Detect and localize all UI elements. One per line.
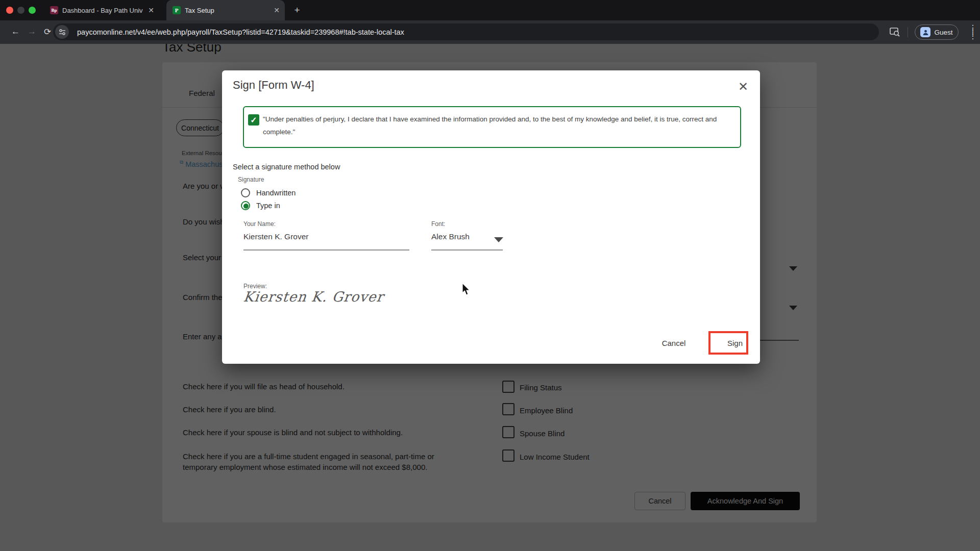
browser-tab-bar: Bp Dashboard - Bay Path Univers ✕ P Tax … bbox=[0, 0, 980, 20]
perjury-checkbox-checked[interactable]: ✓ bbox=[248, 114, 259, 126]
tab-search-icon[interactable] bbox=[889, 27, 900, 40]
tab-tax-setup[interactable]: P Tax Setup ✕ bbox=[166, 0, 285, 20]
font-label: Font: bbox=[431, 220, 445, 228]
perjury-statement-box: ✓ "Under penalties of perjury, I declare… bbox=[243, 106, 741, 148]
new-tab-icon[interactable]: + bbox=[291, 4, 303, 16]
site-info-icon[interactable] bbox=[55, 25, 69, 39]
tab-close-icon[interactable]: ✕ bbox=[274, 7, 280, 14]
type-in-radio-label[interactable]: Type in bbox=[256, 202, 280, 210]
font-select[interactable]: Alex Brush bbox=[431, 232, 470, 241]
your-name-label: Your Name: bbox=[243, 220, 276, 228]
tab-close-icon[interactable]: ✕ bbox=[148, 7, 154, 14]
guest-profile-button[interactable]: Guest bbox=[915, 24, 959, 40]
forward-icon[interactable]: → bbox=[28, 27, 36, 37]
your-name-input[interactable]: Kiersten K. Grover bbox=[243, 232, 309, 241]
font-underline bbox=[431, 249, 503, 251]
handwritten-radio-label[interactable]: Handwritten bbox=[256, 189, 296, 197]
page-viewport: Tax Setup Federal Connecticut External R… bbox=[0, 44, 980, 551]
tab-title: Dashboard - Bay Path Univers bbox=[62, 7, 143, 14]
window-minimize-button[interactable] bbox=[17, 7, 24, 14]
reload-icon[interactable]: ⟳ bbox=[44, 27, 51, 37]
url-text: paycomonline.net/v4/ee/web.php/payroll/T… bbox=[77, 28, 404, 36]
tab-dashboard[interactable]: Bp Dashboard - Bay Path Univers ✕ bbox=[44, 0, 159, 20]
modal-close-icon[interactable]: ✕ bbox=[736, 80, 751, 94]
signature-group-label: Signature bbox=[238, 176, 264, 183]
baypath-favicon-icon: Bp bbox=[50, 6, 58, 14]
type-in-radio-selected[interactable] bbox=[241, 201, 250, 210]
window-zoom-button[interactable] bbox=[29, 7, 36, 14]
toolbar-divider bbox=[908, 27, 908, 37]
browser-toolbar: ← → ⟳ paycomonline.net/v4/ee/web.php/pay… bbox=[0, 20, 980, 44]
browser-menu-icon[interactable]: ⋮⋮⋮ bbox=[969, 26, 973, 38]
sign-annotation-box bbox=[708, 331, 748, 355]
guest-avatar-icon bbox=[920, 27, 930, 37]
font-dropdown-caret-icon[interactable] bbox=[494, 237, 503, 242]
back-icon[interactable]: ← bbox=[11, 27, 20, 37]
sign-form-modal: Sign [Form W-4] ✕ ✓ "Under penalties of … bbox=[222, 70, 760, 364]
window-close-button[interactable] bbox=[6, 7, 13, 14]
guest-label: Guest bbox=[934, 29, 952, 36]
perjury-statement-text: "Under penalties of perjury, I declare t… bbox=[263, 113, 732, 138]
your-name-underline bbox=[243, 249, 409, 251]
modal-title: Sign [Form W-4] bbox=[233, 79, 314, 92]
select-method-label: Select a signature method below bbox=[233, 163, 340, 171]
tab-title: Tax Setup bbox=[185, 7, 268, 14]
paycom-favicon-icon: P bbox=[173, 6, 181, 14]
mouse-cursor-icon bbox=[462, 283, 472, 298]
handwritten-radio[interactable] bbox=[241, 188, 250, 197]
signature-preview: Kiersten K. Grover bbox=[242, 289, 384, 305]
modal-cancel-button[interactable]: Cancel bbox=[651, 334, 697, 352]
address-bar[interactable]: paycomonline.net/v4/ee/web.php/payroll/T… bbox=[53, 23, 879, 40]
